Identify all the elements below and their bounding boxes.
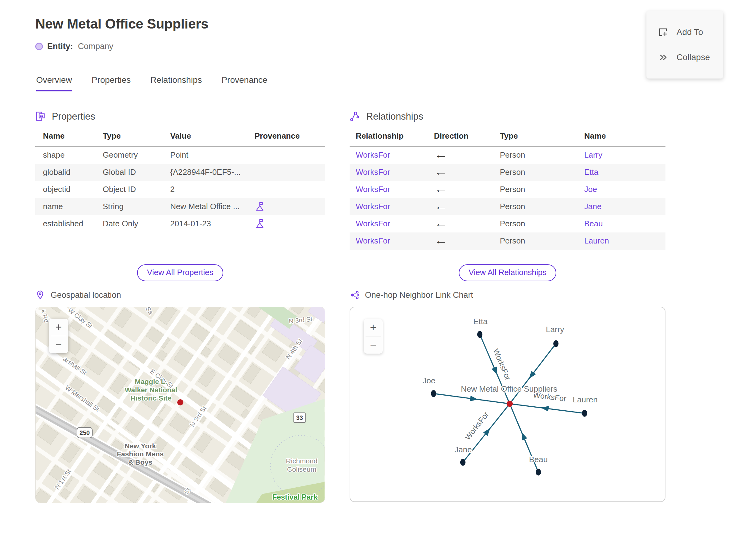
column-header: Type <box>500 129 584 147</box>
tab-relationships[interactable]: Relationships <box>150 75 202 91</box>
entity-row: Entity: Company <box>35 42 736 51</box>
tab-properties[interactable]: Properties <box>92 75 131 91</box>
add-to-button[interactable]: Add To <box>646 27 723 38</box>
property-type: Object ID <box>103 181 170 198</box>
property-type: Date Only <box>103 215 170 232</box>
relationship-link[interactable]: WorksFor <box>356 202 390 211</box>
property-row: globalidGlobal ID{A228944F-0EF5-... <box>35 164 325 181</box>
relationship-row: WorksFor←PersonBeau <box>350 215 665 232</box>
related-entity-link[interactable]: Larry <box>584 150 602 159</box>
chart-zoom-out-button[interactable]: − <box>364 336 383 354</box>
person-node[interactable] <box>536 469 541 475</box>
person-node[interactable] <box>460 459 466 466</box>
entity-type-icon <box>35 43 43 50</box>
node-label: Joe <box>423 376 435 385</box>
relationships-section-header: Relationships <box>350 104 665 129</box>
linkchart-section-title: One-hop Neighbor Link Chart <box>365 290 473 300</box>
property-name: name <box>35 198 103 215</box>
property-name: globalid <box>35 164 103 181</box>
relationships-icon <box>350 111 361 122</box>
graph-arrowhead <box>529 371 536 379</box>
property-value: 2014-01-23 <box>170 215 255 232</box>
geospatial-section-header: Geospatial location <box>35 283 325 307</box>
collapse-button[interactable]: Collapse <box>646 52 723 63</box>
relationship-type: Person <box>500 181 584 198</box>
property-provenance <box>255 181 325 198</box>
actions-card: Add To Collapse <box>646 11 723 79</box>
properties-icon <box>35 111 46 122</box>
add-to-label: Add To <box>677 27 703 37</box>
place-label: Festival Park <box>272 493 318 501</box>
property-name: shape <box>35 147 103 164</box>
tab-overview[interactable]: Overview <box>36 75 72 91</box>
center-entity-node[interactable] <box>507 401 513 407</box>
relationship-link[interactable]: WorksFor <box>356 150 390 159</box>
map-zoom-out-button[interactable]: − <box>49 336 68 353</box>
entity-label: Entity: <box>47 42 73 51</box>
tab-provenance[interactable]: Provenance <box>221 75 267 91</box>
svg-text:33: 33 <box>296 414 303 421</box>
related-entity-link[interactable]: Beau <box>584 219 603 228</box>
relationship-type: Person <box>500 215 584 232</box>
graph-arrowhead <box>492 367 497 375</box>
geospatial-map[interactable]: + − k RdW Clay StSaarshall StW Marshall … <box>35 307 325 503</box>
view-all-relationships-button[interactable]: View All Relationships <box>459 264 556 281</box>
entity-location-marker[interactable] <box>177 399 183 405</box>
collapse-label: Collapse <box>677 52 710 62</box>
property-row: establishedDate Only2014-01-23 <box>35 215 325 232</box>
view-all-properties-button[interactable]: View All Properties <box>137 264 223 281</box>
relationship-row: WorksFor←PersonEtta <box>350 164 665 181</box>
column-header: Type <box>103 129 170 147</box>
edge-label: WorksFor <box>463 410 490 442</box>
property-name: objectid <box>35 181 103 198</box>
graph-arrowhead <box>522 432 527 440</box>
column-header: Provenance <box>255 129 325 147</box>
place-label: RichmondColiseum <box>286 457 317 473</box>
relationship-link[interactable]: WorksFor <box>356 167 390 177</box>
column-header: Direction <box>434 129 500 147</box>
related-entity-link[interactable]: Jane <box>584 202 601 211</box>
relationships-table: RelationshipDirectionTypeName WorksFor←P… <box>350 129 665 250</box>
column-header: Name <box>584 129 665 147</box>
link-chart[interactable]: + − WorksForWorksForWorksForEttaLarryJoe… <box>350 307 665 502</box>
property-row: objectidObject ID2 <box>35 181 325 198</box>
relationship-type: Person <box>500 198 584 215</box>
link-chart-icon <box>350 290 359 300</box>
linkchart-section-header: One-hop Neighbor Link Chart <box>350 283 665 307</box>
related-entity-link[interactable]: Joe <box>584 185 597 194</box>
node-label: Lauren <box>573 395 598 404</box>
map-zoom-in-button[interactable]: + <box>49 319 68 336</box>
person-node[interactable] <box>477 331 482 338</box>
property-value: Point <box>170 147 255 164</box>
edge-label: WorksFor <box>492 347 512 382</box>
relationships-table-wrap: RelationshipDirectionTypeName WorksFor←P… <box>350 129 665 252</box>
relationship-type: Person <box>500 147 584 164</box>
property-name: established <box>35 215 103 232</box>
add-to-icon <box>657 27 669 38</box>
person-node[interactable] <box>431 390 436 397</box>
property-type: String <box>103 198 170 215</box>
related-entity-link[interactable]: Etta <box>584 167 598 177</box>
chevrons-right-icon <box>657 52 669 63</box>
relationship-direction: ← <box>434 232 500 250</box>
related-entity-link[interactable]: Lauren <box>584 236 609 245</box>
relationship-direction: ← <box>434 147 500 164</box>
relationship-direction: ← <box>434 198 500 215</box>
center-node-label: New Metal Office Suppliers <box>461 384 557 393</box>
link-chart-canvas[interactable]: WorksForWorksForWorksForEttaLarryJoeLaur… <box>350 307 665 501</box>
basemap-canvas[interactable]: k RdW Clay StSaarshall StW Marshall StE … <box>36 307 325 503</box>
provenance-icon[interactable] <box>255 219 265 229</box>
property-value: New Metal Office ... <box>170 198 255 215</box>
chart-zoom-control: + − <box>364 319 383 354</box>
person-node[interactable] <box>553 340 558 347</box>
relationship-link[interactable]: WorksFor <box>356 185 390 194</box>
relationship-direction: ← <box>434 215 500 232</box>
relationships-section-title: Relationships <box>366 111 423 122</box>
map-zoom-control: + − <box>49 319 68 353</box>
person-node[interactable] <box>582 410 587 417</box>
property-provenance <box>255 164 325 181</box>
relationship-link[interactable]: WorksFor <box>356 236 390 245</box>
chart-zoom-in-button[interactable]: + <box>364 319 383 336</box>
relationship-link[interactable]: WorksFor <box>356 219 390 228</box>
provenance-icon[interactable] <box>255 201 265 212</box>
